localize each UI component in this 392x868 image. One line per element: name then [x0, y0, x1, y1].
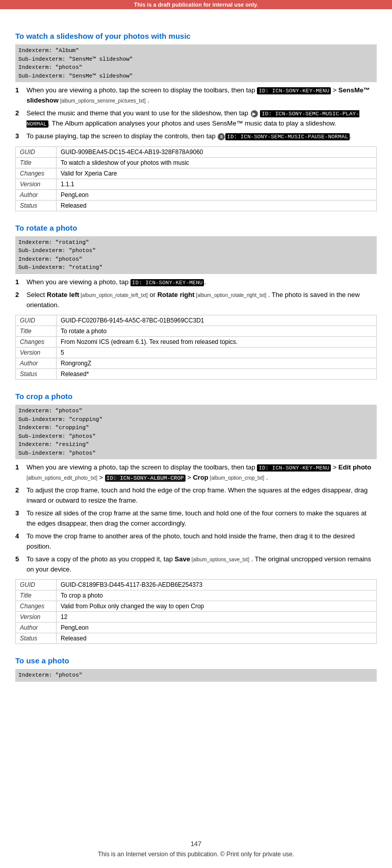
meta-row: ChangesFrom Nozomi ICS (edream 6.1). Tex…: [16, 337, 377, 348]
meta-row: StatusReleased: [16, 200, 377, 211]
meta-row: ChangesValid for Xperia Care: [16, 168, 377, 179]
step-1-crop: 1 When you are viewing a photo, tap the …: [15, 462, 377, 482]
key-music-pause: ID: ICN-SONY-SEMC-MUSIC-PAUSE-NORMAL: [225, 133, 350, 140]
step-4-crop: 4 To move the crop frame to another area…: [15, 531, 377, 551]
section-heading-rotate: To rotate a photo: [15, 224, 377, 232]
meta-row: Version1.1.1: [16, 179, 377, 189]
meta-row: Version12: [16, 612, 377, 623]
meta-table-crop: GUIDGUID-C8189FB3-D445-4117-B326-AEDB6E2…: [15, 579, 377, 644]
indexterm-box-slideshow: Indexterm: "Album" Sub-indexterm: "SensM…: [15, 44, 377, 82]
meta-table-slideshow: GUIDGUID-909BEA45-DC15-4EC4-AB19-328F878…: [15, 146, 377, 211]
step-3-crop: 3 To resize all sides of the crop frame …: [15, 508, 377, 528]
indexterm-box-crop: Indexterm: "photos" Sub-indexterm: "crop…: [15, 405, 377, 459]
meta-row: GUIDGUID-FC0207B6-9145-4A5C-87BC-01B5969…: [16, 315, 377, 326]
meta-row: GUIDGUID-909BEA45-DC15-4EC4-AB19-328F878…: [16, 146, 377, 157]
meta-row: AuthorPengLeon: [16, 189, 377, 200]
page-footer: 147 This is an Internet version of this …: [0, 840, 392, 858]
draft-banner: This is a draft publication for internal…: [0, 0, 392, 9]
step-2-slideshow: 2 Select the music and theme that you wa…: [15, 108, 377, 128]
meta-row: StatusReleased*: [16, 369, 377, 380]
play-icon: ▶: [251, 110, 258, 117]
steps-slideshow: 1 When you are viewing a photo, tap the …: [15, 85, 377, 141]
step-1-rotate: 1 When you are viewing a photo, tap ID: …: [15, 277, 377, 287]
meta-row: GUIDGUID-C8189FB3-D445-4117-B326-AEDB6E2…: [16, 580, 377, 590]
section-use-photo: To use a photo Indexterm: "photos": [15, 656, 377, 682]
step-1-slideshow: 1 When you are viewing a photo, tap the …: [15, 85, 377, 105]
section-rotate: To rotate a photo Indexterm: "rotating" …: [15, 224, 377, 380]
meta-row: Version5: [16, 348, 377, 358]
step-5-crop: 5 To save a copy of the photo as you cro…: [15, 554, 377, 574]
meta-row: AuthorPengLeon: [16, 623, 377, 633]
section-slideshow: To watch a slideshow of your photos with…: [15, 32, 377, 211]
section-heading-crop: To crop a photo: [15, 392, 377, 401]
page-number: 147: [0, 840, 392, 848]
key-menu-crop: ID: ICN-SONY-KEY-MENU: [257, 464, 331, 472]
pause-icon: ⏸: [218, 133, 225, 140]
meta-row: TitleTo watch a slideshow of your photos…: [16, 157, 377, 168]
steps-crop: 1 When you are viewing a photo, tap the …: [15, 462, 377, 574]
indexterm-box-rotate: Indexterm: "rotating" Sub-indexterm: "ph…: [15, 236, 377, 274]
step-2-crop: 2 To adjust the crop frame, touch and ho…: [15, 485, 377, 505]
section-heading-use-photo: To use a photo: [15, 656, 377, 665]
key-music-play: ID: ICN-SONY-SEMC-MUSIC-PLAY-NORMAL: [27, 110, 359, 128]
meta-row: StatusReleased: [16, 633, 377, 644]
step-2-rotate: 2 Select Rotate left [album_option_rotat…: [15, 290, 377, 310]
meta-row: ChangesValid from Pollux only changed th…: [16, 601, 377, 612]
steps-rotate: 1 When you are viewing a photo, tap ID: …: [15, 277, 377, 310]
section-crop: To crop a photo Indexterm: "photos" Sub-…: [15, 392, 377, 644]
meta-row: AuthorRongrongZ: [16, 358, 377, 369]
meta-table-rotate: GUIDGUID-FC0207B6-9145-4A5C-87BC-01B5969…: [15, 315, 377, 380]
indexterm-box-use-photo: Indexterm: "photos": [15, 669, 377, 682]
key-menu-1: ID: ICN-SONY-KEY-MENU: [257, 87, 331, 94]
key-crop-icon: ID: ICN-SONY-ALBUM-CROP: [105, 475, 186, 482]
section-heading-slideshow: To watch a slideshow of your photos with…: [15, 32, 377, 40]
meta-row: TitleTo rotate a photo: [16, 326, 377, 337]
copyright-text: This is an Internet version of this publ…: [0, 851, 392, 858]
meta-row: TitleTo crop a photo: [16, 590, 377, 601]
key-menu-rotate: ID: ICN-SONY-KEY-MENU: [130, 279, 204, 286]
step-3-slideshow: 3 To pause playing, tap the screen to di…: [15, 131, 377, 141]
